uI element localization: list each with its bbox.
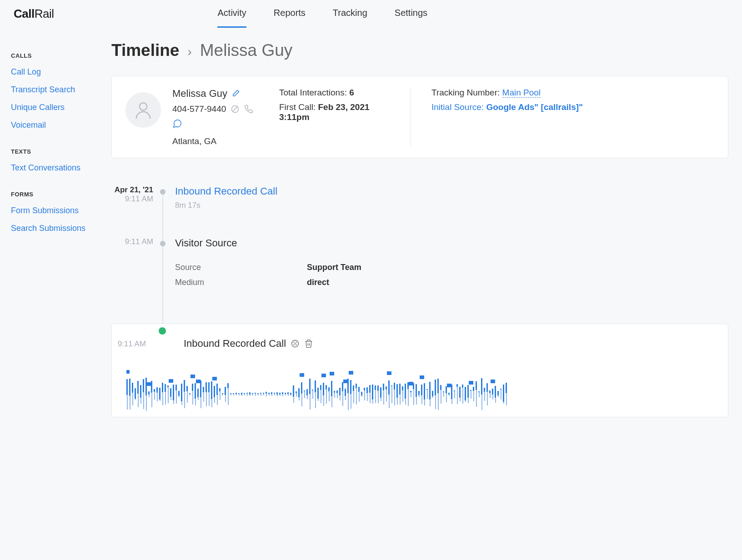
- timeline-title: Visitor Source: [175, 237, 742, 249]
- svg-point-7: [296, 345, 296, 345]
- total-interactions-label: Total Interactions:: [279, 88, 349, 97]
- nav-reports[interactable]: Reports: [274, 0, 306, 28]
- block-icon[interactable]: [231, 105, 240, 114]
- svg-line-2: [233, 107, 237, 111]
- initial-source-value[interactable]: Google Ads" [callrails]": [486, 102, 583, 112]
- waveform[interactable]: [126, 362, 715, 417]
- tracking-number-label: Tracking Number:: [431, 88, 502, 97]
- nav-tracking[interactable]: Tracking: [333, 0, 367, 28]
- timeline-duration: 8m 17s: [175, 201, 742, 210]
- tracking-number-link[interactable]: Main Pool: [502, 88, 541, 98]
- edit-icon[interactable]: [231, 89, 240, 98]
- kv-key: Source: [175, 263, 307, 272]
- timeline-time: 9:11 AM: [99, 237, 153, 246]
- recording-card: 9:11 AM Inbound Recorded Call: [111, 324, 728, 417]
- breadcrumb-name: Melissa Guy: [200, 41, 293, 60]
- logo[interactable]: CallRail: [14, 7, 54, 21]
- first-call-label: First Call:: [279, 102, 318, 112]
- top-nav: Activity Reports Tracking Settings: [217, 0, 427, 28]
- timeline-dot-active: [159, 327, 166, 335]
- contact-card: Melissa Guy 404-577-9440: [111, 76, 728, 158]
- side-link-text-conversations[interactable]: Text Conversations: [11, 163, 111, 173]
- timeline-title-link[interactable]: Inbound Recorded Call: [175, 185, 742, 197]
- breadcrumb-separator: ›: [187, 45, 191, 59]
- side-link-form-submissions[interactable]: Form Submissions: [11, 206, 111, 215]
- side-link-transcript-search[interactable]: Transcript Search: [11, 85, 111, 95]
- contact-name: Melissa Guy: [172, 88, 227, 100]
- svg-point-0: [140, 103, 147, 110]
- timeline: Apr 21, '21 9:11 AM Inbound Recorded Cal…: [162, 185, 742, 417]
- contact-location: Atlanta, GA: [172, 136, 268, 146]
- svg-point-4: [294, 342, 294, 343]
- side-link-unique-callers[interactable]: Unique Callers: [11, 103, 111, 112]
- side-heading-calls: CALLS: [11, 52, 111, 59]
- initial-source-label[interactable]: Initial Source:: [431, 102, 486, 112]
- timeline-title: Inbound Recorded Call: [184, 338, 286, 350]
- timeline-time: 9:11 AM: [110, 340, 146, 349]
- kv-value: direct: [307, 278, 329, 287]
- timeline-date: Apr 21, '21: [99, 185, 153, 195]
- total-interactions-value: 6: [349, 88, 354, 97]
- breadcrumb: Timeline › Melissa Guy: [111, 41, 742, 60]
- dialpad-icon[interactable]: [291, 339, 300, 348]
- message-icon[interactable]: [172, 119, 182, 129]
- timeline-item: Apr 21, '21 9:11 AM Inbound Recorded Cal…: [162, 185, 742, 210]
- side-heading-texts: TEXTS: [11, 148, 111, 155]
- timeline-item: 9:11 AM Visitor Source SourceSupport Tea…: [162, 237, 742, 287]
- svg-point-8: [295, 344, 296, 344]
- phone-icon[interactable]: [244, 105, 253, 114]
- trash-icon[interactable]: [304, 339, 313, 348]
- page-title: Timeline: [111, 41, 179, 60]
- nav-settings[interactable]: Settings: [395, 0, 427, 28]
- side-heading-forms: FORMS: [11, 191, 111, 198]
- contact-phone: 404-577-9440: [172, 104, 226, 114]
- sidebar: CALLS Call Log Transcript Search Unique …: [0, 27, 111, 417]
- side-link-search-submissions[interactable]: Search Submissions: [11, 224, 111, 233]
- svg-point-6: [294, 345, 294, 345]
- side-link-voicemail[interactable]: Voicemail: [11, 120, 111, 130]
- kv-key: Medium: [175, 278, 307, 287]
- nav-activity[interactable]: Activity: [217, 0, 246, 28]
- svg-point-5: [296, 342, 296, 343]
- avatar: [125, 92, 161, 128]
- kv-value: Support Team: [307, 263, 361, 272]
- side-link-call-log[interactable]: Call Log: [11, 67, 111, 77]
- timeline-time: 9:11 AM: [99, 195, 153, 204]
